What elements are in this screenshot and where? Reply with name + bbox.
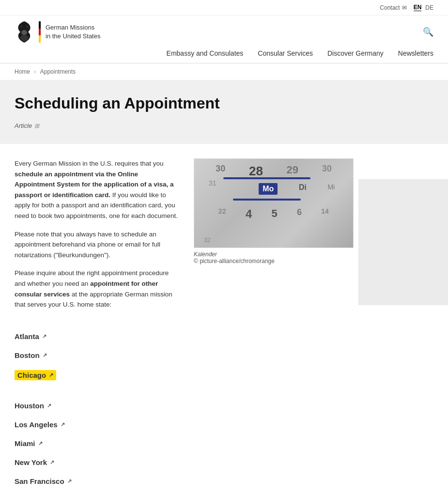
contact-label[interactable]: Contact — [380, 4, 400, 11]
para1-pre: Every German Mission in the U.S. require… — [15, 160, 164, 167]
lang-en[interactable]: EN — [414, 4, 422, 11]
breadcrumb: Home › Appointments — [0, 63, 448, 80]
nav-newsletters[interactable]: Newsletters — [398, 49, 433, 57]
nav-embassy[interactable]: Embassy and Consulates — [167, 49, 244, 57]
article-label: Article ⊞ — [15, 122, 354, 129]
site-header: German Missions in the United States 🔍 — [0, 16, 448, 44]
external-link-icon-chicago: ↗ — [49, 372, 53, 378]
page-title: Scheduling an Appointment — [15, 94, 354, 112]
nav-consular[interactable]: Consular Services — [258, 49, 313, 57]
main-nav: Embassy and Consulates Consular Services… — [0, 44, 448, 63]
content-text: Every German Mission in the U.S. require… — [15, 158, 179, 318]
lang-de[interactable]: DE — [425, 4, 433, 11]
caption-title: Kalender — [194, 251, 354, 258]
breadcrumb-separator: › — [34, 68, 37, 75]
city-los-angeles[interactable]: Los Angeles ↗ — [15, 420, 433, 429]
page-header-area: Scheduling an Appointment Article ⊞ — [0, 80, 448, 144]
header-right: 🔍 — [423, 27, 433, 37]
breadcrumb-current: Appointments — [40, 68, 76, 75]
city-chicago[interactable]: Chicago ↗ — [15, 370, 56, 380]
calendar-image: 30 28 29 30 31 Mo Di Mi 22 — [194, 158, 354, 248]
city-houston[interactable]: Houston ↗ — [15, 402, 433, 410]
breadcrumb-home[interactable]: Home — [15, 68, 30, 75]
cities-section: Atlanta ↗ Boston ↗ Chicago ↗ Houston ↗ L… — [0, 332, 448, 496]
city-san-francisco[interactable]: San Francisco ↗ — [15, 477, 433, 485]
logo-area[interactable]: German Missions in the United States — [15, 20, 100, 44]
envelope-icon: ✉ — [402, 4, 407, 11]
paragraph-2: Please note that you always have to sche… — [15, 229, 179, 261]
city-boston[interactable]: Boston ↗ — [15, 351, 433, 359]
external-link-icon-los-angeles: ↗ — [61, 421, 65, 428]
city-miami[interactable]: Miami ↗ — [15, 439, 433, 448]
external-link-icon-atlanta: ↗ — [42, 333, 46, 340]
external-link-icon-new-york: ↗ — [50, 459, 54, 465]
external-link-icon-miami: ↗ — [38, 440, 43, 447]
external-link-icon-houston: ↗ — [47, 403, 51, 409]
search-icon[interactable]: 🔍 — [423, 27, 433, 37]
caption-credit: © picture-alliance/chromorange — [194, 258, 354, 264]
image-area: 30 28 29 30 31 Mo Di Mi 22 — [194, 158, 354, 318]
paragraph-1: Every German Mission in the U.S. require… — [15, 158, 179, 221]
city-new-york[interactable]: New York ↗ — [15, 458, 433, 466]
top-utility-bar: Contact ✉ EN DE — [0, 0, 448, 16]
german-flag — [39, 21, 41, 43]
paragraph-3: Please inquire about the right appointme… — [15, 268, 179, 310]
article-icon: ⊞ — [34, 123, 39, 129]
nav-discover[interactable]: Discover Germany — [327, 49, 384, 57]
external-link-icon-boston: ↗ — [43, 352, 47, 358]
city-atlanta[interactable]: Atlanta ↗ — [15, 332, 433, 341]
image-caption: Kalender © picture-alliance/chromorange — [194, 251, 354, 264]
external-link-icon-san-francisco: ↗ — [67, 478, 72, 484]
eagle-logo — [15, 20, 34, 44]
right-sidebar-bg — [358, 179, 448, 305]
logo-text: German Missions in the United States — [46, 23, 100, 41]
